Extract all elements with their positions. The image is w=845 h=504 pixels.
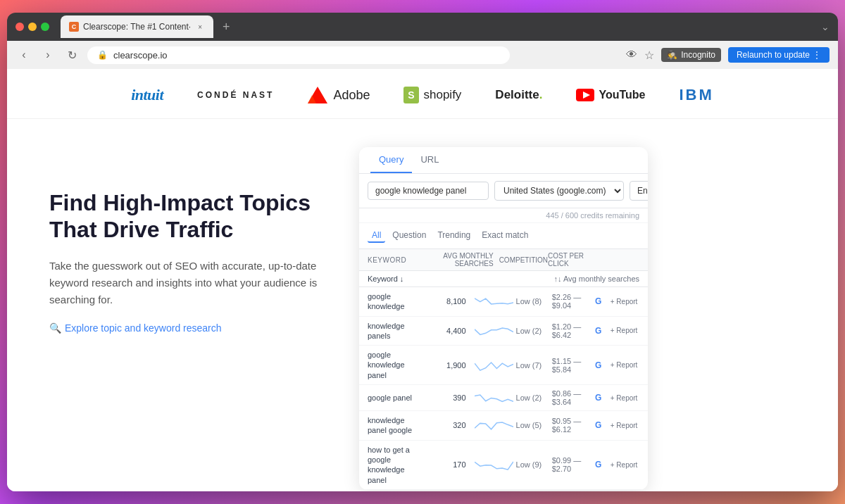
sort-keyword-label[interactable]: Keyword ↓ bbox=[368, 275, 554, 283]
filter-tab-trending[interactable]: Trending bbox=[433, 229, 475, 243]
back-button[interactable]: ‹ bbox=[15, 46, 32, 63]
google-icon[interactable]: G bbox=[592, 458, 605, 471]
keyword-cpc: $1.20 — $6.42 bbox=[552, 322, 589, 339]
keyword-name: knowledge panels bbox=[368, 321, 418, 341]
conde-nast-logo: CONDÉ NAST bbox=[197, 90, 274, 100]
keyword-name: knowledge panel google bbox=[368, 415, 418, 436]
minimize-button[interactable] bbox=[28, 23, 37, 31]
eye-slash-icon[interactable]: 👁 bbox=[626, 49, 637, 61]
hero-left-content: Find High-Impact Topics That Drive Traff… bbox=[49, 147, 331, 334]
incognito-label: Incognito bbox=[681, 50, 715, 60]
keyword-cpc: $0.86 — $3.64 bbox=[552, 389, 589, 406]
keyword-competition: Low (5) bbox=[516, 421, 549, 429]
close-button[interactable] bbox=[15, 23, 24, 31]
keyword-name: google knowledge panel bbox=[368, 350, 418, 380]
filter-tab-bar: All Question Trending Exact match bbox=[359, 223, 648, 249]
keyword-volume: 170 bbox=[420, 460, 472, 469]
keyword-rows: google knowledge 8,100 Low (8) $2.26 — $… bbox=[359, 287, 648, 490]
keyword-competition: Low (2) bbox=[516, 393, 549, 402]
language-select[interactable]: English bbox=[630, 181, 648, 201]
col-header-cpc: COST PER CLICK bbox=[548, 252, 599, 267]
address-bar: ‹ › ↻ 🔒 clearscope.io 👁 ☆ 🕵 Incognito Re… bbox=[7, 41, 838, 69]
keyword-competition: Low (9) bbox=[516, 460, 549, 469]
col-header-monthly: AVG MONTHLY SEARCHES bbox=[436, 252, 499, 267]
location-select[interactable]: United States (google.com) bbox=[494, 181, 624, 201]
panel-tab-bar: Query URL bbox=[359, 147, 648, 174]
keyword-volume: 8,100 bbox=[420, 297, 472, 305]
keyword-competition: Low (2) bbox=[516, 327, 549, 335]
star-icon[interactable]: ☆ bbox=[644, 49, 654, 62]
refresh-button[interactable]: ↻ bbox=[63, 46, 80, 63]
keyword-volume: 1,900 bbox=[420, 361, 472, 370]
table-row: google knowledge panel 1,900 Low (7) $1.… bbox=[359, 346, 648, 385]
col-header-keyword: KEYWORD bbox=[368, 256, 436, 264]
keyword-name: google knowledge bbox=[368, 291, 418, 312]
tab-bar: C Clearscope: The #1 Content· × + bbox=[61, 15, 815, 38]
keyword-cpc: $0.95 — $6.12 bbox=[552, 417, 589, 434]
sort-monthly-label[interactable]: ↑↓ Avg monthly searches bbox=[554, 275, 639, 283]
traffic-lights bbox=[15, 23, 49, 31]
new-tab-button[interactable]: + bbox=[218, 18, 234, 35]
active-tab[interactable]: C Clearscope: The #1 Content· × bbox=[61, 15, 213, 38]
filter-tab-all[interactable]: All bbox=[368, 229, 385, 243]
table-row: google knowledge 8,100 Low (8) $2.26 — $… bbox=[359, 287, 648, 317]
report-button[interactable]: + Report bbox=[611, 394, 639, 402]
google-icon[interactable]: G bbox=[592, 325, 605, 337]
maximize-button[interactable] bbox=[41, 23, 49, 31]
address-actions: 👁 ☆ 🕵 Incognito Relaunch to update ⋮ bbox=[626, 47, 830, 63]
hero-description: Take the guesswork out of SEO with accur… bbox=[49, 258, 331, 308]
explore-link-text: Explore topic and keyword research bbox=[65, 322, 222, 334]
report-button[interactable]: + Report bbox=[611, 422, 639, 429]
page-content: intuit CONDÉ NAST Adobe S shopify bbox=[7, 69, 838, 491]
keyword-trend-sparkline bbox=[475, 294, 513, 308]
shopify-logo: S shopify bbox=[403, 87, 461, 103]
keyword-trend-sparkline bbox=[475, 458, 513, 472]
table-row: google panel 390 Low (2) $0.86 — $3.64 G… bbox=[359, 385, 648, 411]
google-icon[interactable]: G bbox=[592, 391, 605, 404]
table-row: knowledge panels 4,400 Low (2) $1.20 — $… bbox=[359, 317, 648, 346]
keyword-trend-sparkline bbox=[475, 358, 513, 372]
keyword-name: how to get a google knowledge panel bbox=[368, 445, 418, 485]
logo-bar: intuit CONDÉ NAST Adobe S shopify bbox=[7, 69, 838, 119]
col-header-competition: COMPETITION bbox=[499, 256, 548, 264]
keyword-competition: Low (7) bbox=[516, 361, 549, 370]
google-icon[interactable]: G bbox=[592, 359, 605, 372]
lock-icon: 🔒 bbox=[97, 50, 108, 60]
tab-close-button[interactable]: × bbox=[195, 22, 205, 32]
window-expand-icon[interactable]: ⌄ bbox=[821, 21, 830, 32]
intuit-logo: intuit bbox=[131, 86, 163, 104]
tab-query[interactable]: Query bbox=[370, 147, 412, 173]
relaunch-button[interactable]: Relaunch to update ⋮ bbox=[728, 47, 830, 63]
table-row: how to get a google knowledge panel 170 … bbox=[359, 441, 648, 490]
keyword-cpc: $1.15 — $5.84 bbox=[552, 357, 589, 374]
hero-title: Find High-Impact Topics That Drive Traff… bbox=[49, 189, 331, 244]
url-text: clearscope.io bbox=[113, 50, 168, 61]
url-bar[interactable]: 🔒 clearscope.io bbox=[87, 46, 510, 64]
explore-link[interactable]: 🔍 Explore topic and keyword research bbox=[49, 322, 331, 334]
keyword-panel: Query URL United States (google.com) Eng… bbox=[359, 147, 648, 490]
report-button[interactable]: + Report bbox=[611, 327, 639, 334]
incognito-button[interactable]: 🕵 Incognito bbox=[661, 48, 721, 62]
svg-text:S: S bbox=[408, 89, 415, 101]
filter-tab-question[interactable]: Question bbox=[388, 229, 430, 243]
report-button[interactable]: + Report bbox=[611, 461, 639, 469]
report-button[interactable]: + Report bbox=[611, 361, 639, 369]
search-icon: 🔍 bbox=[49, 322, 61, 334]
tab-url[interactable]: URL bbox=[412, 147, 447, 173]
relaunch-menu-icon: ⋮ bbox=[813, 50, 821, 60]
filter-tab-exact[interactable]: Exact match bbox=[477, 229, 532, 243]
keyword-competition: Low (8) bbox=[516, 297, 549, 305]
keyword-cpc: $2.26 — $9.04 bbox=[552, 293, 589, 310]
credits-bar: 445 / 600 credits remaining bbox=[359, 208, 648, 223]
youtube-logo: YouTube bbox=[576, 89, 645, 101]
keyword-trend-sparkline bbox=[475, 391, 513, 405]
credits-text: 445 / 600 credits remaining bbox=[546, 211, 639, 220]
google-icon[interactable]: G bbox=[592, 295, 605, 308]
google-icon[interactable]: G bbox=[592, 419, 605, 431]
adobe-logo: Adobe bbox=[308, 87, 370, 103]
incognito-icon: 🕵 bbox=[667, 50, 677, 60]
keyword-trend-sparkline bbox=[475, 418, 513, 432]
forward-button[interactable]: › bbox=[39, 46, 56, 63]
report-button[interactable]: + Report bbox=[611, 298, 639, 305]
keyword-search-input[interactable] bbox=[368, 182, 489, 200]
